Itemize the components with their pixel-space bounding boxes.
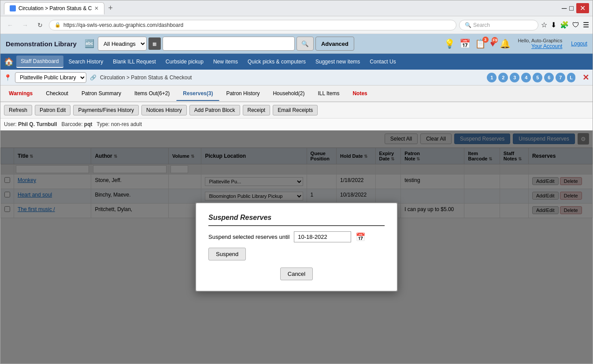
minimize-btn[interactable]: ─ (562, 4, 567, 12)
browser-tab[interactable]: Circulation > Patron Status & C ✕ (4, 2, 104, 15)
bell-icon-btn[interactable]: 🔔 (500, 38, 511, 49)
tab-notes[interactable]: Notes (346, 86, 374, 100)
search-input[interactable] (163, 37, 295, 51)
address-bar[interactable]: 🔒 https://qa-swls-verso.auto-graphics.co… (49, 20, 456, 30)
location-bar: 📍 Platteville Public Library 🔗 Circulati… (0, 70, 593, 85)
nav-suggest[interactable]: Suggest new items (311, 56, 364, 67)
notices-history-btn[interactable]: Notices History (141, 105, 187, 115)
extensions-btn[interactable]: 🧩 (560, 21, 569, 29)
user-info-bar: User: Phil Q. Turnbull Barcode: pqt Type… (0, 119, 593, 130)
search-button[interactable]: 🔍 (296, 37, 314, 51)
table-area: Select All Clear All Suspend Reserves Un… (0, 130, 593, 364)
patron-type: non-res adult (111, 121, 142, 127)
new-tab-btn[interactable]: + (106, 4, 115, 13)
url-text: https://qa-swls-verso.auto-graphics.com/… (63, 22, 183, 28)
tab-warnings[interactable]: Warnings (2, 86, 39, 100)
step-2[interactable]: 2 (498, 73, 508, 82)
modal-title: Suspend Reserves (208, 214, 385, 226)
nav-blank-ill[interactable]: Blank ILL Request (108, 56, 160, 67)
step-5[interactable]: 5 (533, 73, 542, 82)
breadcrumb: Circulation > Patron Status & Checkout (100, 74, 192, 81)
search-icon: 🔍 (465, 22, 471, 28)
forward-btn[interactable]: → (19, 19, 31, 31)
user-name: Phil Q. Turnbull (18, 121, 57, 127)
calendar-icon-btn[interactable]: 📅 (460, 38, 471, 49)
email-receipts-btn[interactable]: Email Receipts (273, 105, 318, 115)
tab-ill-items[interactable]: ILL Items (311, 86, 346, 100)
library-select[interactable]: Platteville Public Library (15, 72, 86, 83)
account-link[interactable]: Your Account (531, 43, 562, 49)
search-type-select[interactable]: All Headings (98, 37, 147, 51)
tab-checkout[interactable]: Checkout (39, 86, 75, 100)
barcode-value: pqt (84, 121, 93, 127)
calendar-picker-icon[interactable]: 📅 (356, 232, 365, 242)
home-icon[interactable]: 🏠 (4, 57, 14, 67)
heart-icon-btn[interactable]: ♥ F9 (490, 39, 496, 49)
logout-btn[interactable]: Logout (571, 41, 587, 47)
modal-actions: Cancel (208, 267, 385, 280)
user-label: User: (4, 121, 17, 127)
nav-new-items[interactable]: New items (209, 56, 242, 67)
tab-patron-history[interactable]: Patron History (219, 86, 266, 100)
modal-suspend-btn[interactable]: Suspend (208, 248, 246, 260)
nav-search-history[interactable]: Search History (64, 56, 108, 67)
step-pills: 1 2 3 4 5 6 7 L (487, 73, 575, 82)
action-bar: Refresh Patron Edit Payments/Fines Histo… (0, 102, 593, 119)
reload-btn[interactable]: ↻ (34, 19, 46, 31)
translate-icon: 🔤 (85, 39, 94, 48)
back-btn[interactable]: ← (4, 19, 16, 31)
add-patron-block-btn[interactable]: Add Patron Block (189, 105, 240, 115)
step-L[interactable]: L (567, 73, 575, 82)
step-3[interactable]: 3 (510, 73, 519, 82)
receipt-btn[interactable]: Receipt (243, 105, 271, 115)
patron-edit-btn[interactable]: Patron Edit (35, 105, 70, 115)
tab-patron-summary[interactable]: Patron Summary (75, 86, 128, 100)
bulb-icon-btn[interactable]: 💡 (444, 38, 455, 49)
tab-household[interactable]: Household(2) (266, 86, 311, 100)
modal-date-row: Suspend selected reserves until 📅 (208, 231, 385, 242)
tab-title: Circulation > Patron Status & C (19, 5, 92, 11)
nav-curbside[interactable]: Curbside pickup (161, 56, 208, 67)
nav-contact[interactable]: Contact Us (365, 56, 400, 67)
browser-search-bar[interactable]: 🔍 Search (459, 20, 538, 30)
maximize-btn[interactable]: □ (569, 4, 574, 12)
modal-date-input[interactable] (294, 231, 351, 242)
location-pin-icon: 📍 (4, 74, 11, 81)
tab-strip: Warnings Checkout Patron Summary Items O… (0, 85, 593, 102)
downloads-btn[interactable]: ⬇ (551, 21, 556, 29)
close-window-btn[interactable]: ✕ (576, 3, 589, 13)
database-icon[interactable]: ▦ (148, 37, 161, 50)
step-6[interactable]: 6 (544, 73, 554, 82)
search-container: All Headings ▦ 🔍 Advanced (98, 37, 436, 51)
nav-staff-dashboard[interactable]: Staff Dashboard (16, 56, 63, 68)
search-placeholder: Search (473, 22, 490, 28)
account-hello: Hello, Auto-Graphics (518, 38, 562, 43)
nav-menu: 🏠 Staff Dashboard Search History Blank I… (0, 54, 593, 70)
refresh-btn[interactable]: Refresh (4, 105, 32, 115)
suspend-reserves-modal: Suspend Reserves Suspend selected reserv… (195, 202, 398, 292)
payments-fines-btn[interactable]: Payments/Fines History (73, 105, 139, 115)
tab-close-btn[interactable]: ✕ (94, 5, 99, 11)
step-4[interactable]: 4 (521, 73, 531, 82)
list-badge: 3 (482, 37, 489, 43)
tab-favicon (10, 5, 16, 11)
app-title: Demonstration Library (6, 40, 77, 48)
close-patron-btn[interactable]: ✕ (582, 73, 589, 82)
list-icon-btn[interactable]: 📋 3 (475, 38, 486, 49)
heart-badge: F9 (492, 37, 498, 43)
type-label: Type: (96, 121, 109, 127)
step-7[interactable]: 7 (556, 73, 565, 82)
modal-overlay: Suspend Reserves Suspend selected reserv… (0, 130, 593, 364)
shield-btn[interactable]: 🛡 (572, 21, 579, 29)
tab-items-out[interactable]: Items Out(6+2) (128, 86, 176, 100)
modal-label: Suspend selected reserves until (208, 234, 289, 240)
menu-btn[interactable]: ☰ (583, 21, 589, 29)
modal-cancel-btn[interactable]: Cancel (280, 267, 313, 280)
step-1[interactable]: 1 (487, 73, 497, 82)
account-section: Hello, Auto-Graphics Your Account (518, 38, 562, 49)
tab-reserves[interactable]: Reserves(3) (176, 86, 219, 101)
advanced-search-btn[interactable]: Advanced (315, 37, 354, 51)
nav-quick-picks[interactable]: Quick picks & computers (243, 56, 310, 67)
favorites-btn[interactable]: ☆ (541, 21, 547, 29)
breadcrumb-icon: 🔗 (90, 74, 96, 81)
